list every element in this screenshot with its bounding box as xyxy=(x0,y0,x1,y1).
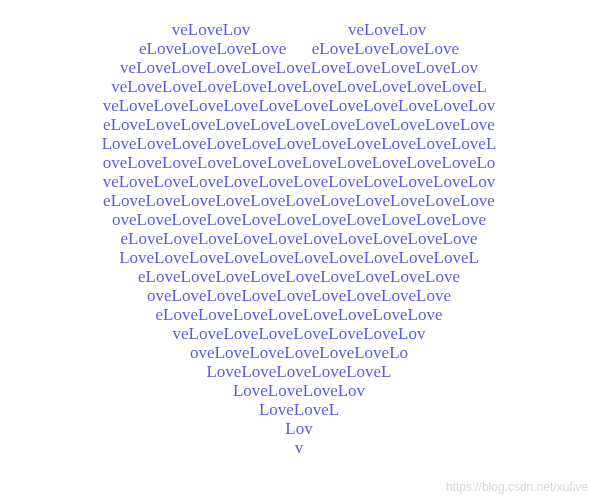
heart-line: eLoveLoveLoveLove eLoveLoveLoveLove xyxy=(139,39,459,58)
heart-line: veLoveLov veLoveLov xyxy=(172,20,426,39)
watermark-text: https://blog.csdn.net/xufive xyxy=(446,480,588,494)
heart-line: LoveLoveL xyxy=(259,400,339,419)
heart-line: LoveLoveLoveLov xyxy=(233,381,365,400)
heart-line: veLoveLoveLoveLoveLoveLoveLoveLoveLoveLo… xyxy=(111,77,487,96)
heart-line: eLoveLoveLoveLoveLoveLoveLoveLoveLoveLov… xyxy=(103,115,495,134)
heart-line: veLoveLoveLoveLoveLoveLoveLoveLoveLoveLo… xyxy=(120,58,478,77)
heart-line: v xyxy=(295,438,304,457)
heart-line: oveLoveLoveLoveLoveLoveLoveLoveLove xyxy=(147,286,451,305)
heart-line: eLoveLoveLoveLoveLoveLoveLoveLove xyxy=(156,305,443,324)
heart-line: oveLoveLoveLoveLoveLoveLo xyxy=(190,343,408,362)
heart-line: oveLoveLoveLoveLoveLoveLoveLoveLoveLoveL… xyxy=(112,210,486,229)
heart-line: veLoveLoveLoveLoveLoveLoveLoveLoveLoveLo… xyxy=(103,96,496,115)
heart-line: veLoveLoveLoveLoveLoveLoveLoveLoveLoveLo… xyxy=(103,172,496,191)
heart-line: eLoveLoveLoveLoveLoveLoveLoveLoveLoveLov… xyxy=(103,191,495,210)
heart-line: oveLoveLoveLoveLoveLoveLoveLoveLoveLoveL… xyxy=(103,153,496,172)
heart-line: Lov xyxy=(285,419,312,438)
heart-line: LoveLoveLoveLoveLoveLoveLoveLoveLoveLove… xyxy=(102,134,497,153)
heart-line: eLoveLoveLoveLoveLoveLoveLoveLoveLoveLov… xyxy=(121,229,478,248)
heart-line: LoveLoveLoveLoveLoveLoveLoveLoveLoveLove… xyxy=(119,248,479,267)
heart-line: veLoveLoveLoveLoveLoveLoveLov xyxy=(172,324,425,343)
heart-line: eLoveLoveLoveLoveLoveLoveLoveLoveLove xyxy=(138,267,460,286)
heart-line: LoveLoveLoveLoveLoveL xyxy=(206,362,391,381)
heart-ascii-art: veLoveLov veLoveLov eLoveLoveLoveLove eL… xyxy=(0,0,598,457)
